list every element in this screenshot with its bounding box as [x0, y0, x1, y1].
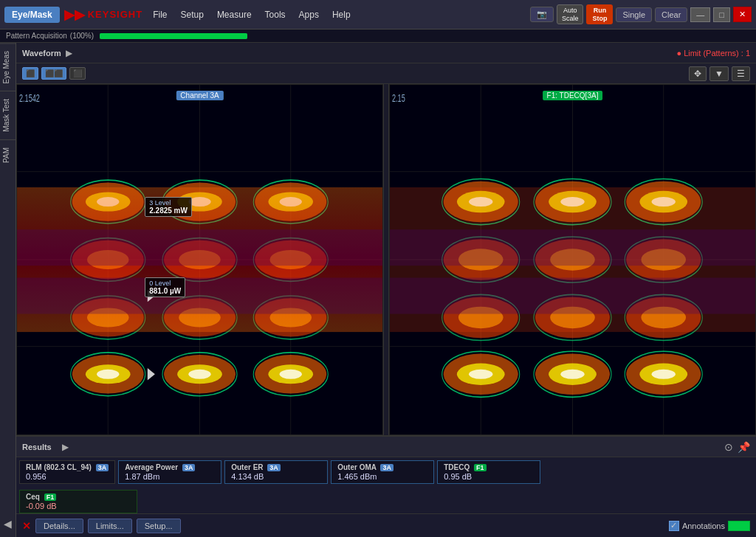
content-area: Waveform ▶ ● Limit (Patterns) : 1 ⬛ ⬛⬛ ⬛… [16, 43, 756, 537]
svg-rect-50 [17, 278, 382, 314]
auto-scale-button[interactable]: AutoScale [557, 4, 584, 25]
maximize-button[interactable]: □ [713, 7, 730, 22]
progress-bar [100, 33, 247, 39]
waveform-play-button[interactable]: ▶ [66, 48, 72, 58]
clear-button[interactable]: Clear [655, 7, 687, 22]
svg-point-25 [97, 370, 119, 379]
sidebar-tab-mask-test[interactable]: Mask Test [0, 91, 16, 139]
acq-label: Pattern Acquisition [6, 32, 67, 40]
annotations-label: Annotations [682, 522, 725, 530]
top-right-buttons: 📷 AutoScale RunStop Single Clear — □ ✕ [530, 4, 752, 25]
view-controls: ✥ ▼ ☰ [689, 66, 750, 81]
right-channel-label: F1: TDECQ[3A] [543, 91, 603, 100]
right-scope-panel: F1: TDECQ[3A] [389, 84, 756, 435]
results-section: Results ▶ ⊙ 📌 RLM (802.3 CL_94) 3A 0.956 [16, 435, 756, 513]
left-eye-diagram: 2.1542 [17, 85, 382, 434]
result-tdecq: TDECQ F1 0.95 dB [437, 460, 540, 484]
menu-tools[interactable]: Tools [259, 7, 292, 23]
left-scope-panel: Channel 3A [16, 84, 383, 435]
logo-icon: ▶▶ [64, 7, 85, 23]
annotations-checkbox[interactable]: ✓ [669, 521, 679, 531]
svg-text:2.1542: 2.1542 [19, 92, 40, 105]
eye-mask-button[interactable]: Eye/Mask [4, 7, 60, 23]
scope-display: Channel 3A [16, 84, 756, 435]
level-3-label: 3 Level 2.2825 mW [145, 197, 192, 217]
view-btn-2[interactable]: ⬛⬛ [41, 67, 66, 80]
menu-setup[interactable]: Setup [175, 7, 210, 23]
menu-file[interactable]: File [147, 7, 173, 23]
menu-apps[interactable]: Apps [293, 7, 325, 23]
svg-rect-105 [390, 278, 755, 314]
result-ceq: Ceq F1 -0.09 dB [19, 490, 137, 513]
right-eye-diagram: 2.15 [390, 85, 755, 434]
results-collapse-button[interactable]: ⊙ 📌 [724, 441, 750, 453]
acquisition-bar: Pattern Acquisition (100%) [0, 30, 756, 43]
progress-fill [100, 33, 247, 39]
acq-percent: (100%) [70, 32, 94, 40]
result-rlm: RLM (802.3 CL_94) 3A 0.956 [19, 460, 115, 484]
sidebar-tab-eye-meas[interactable]: Eye Meas [0, 43, 16, 91]
menu-measure[interactable]: Measure [211, 7, 258, 23]
top-bar: Eye/Mask ▶▶ KEYSIGHT File Setup Measure … [0, 0, 756, 30]
move-icon-button[interactable]: ✥ [689, 66, 707, 81]
sidebar-tab-pam[interactable]: PAM [0, 139, 16, 170]
setup-button[interactable]: Setup... [137, 519, 181, 533]
view-btn-3[interactable]: ⬛ [69, 67, 86, 80]
keysight-logo: ▶▶ KEYSIGHT [64, 7, 142, 23]
svg-point-81 [560, 370, 584, 379]
results-title: Results [22, 443, 52, 451]
svg-text:2.15: 2.15 [392, 92, 405, 105]
menu-bar: File Setup Measure Tools Apps Help [147, 7, 356, 23]
single-button[interactable]: Single [616, 7, 652, 22]
svg-point-82 [652, 370, 676, 379]
limit-text: ● Limit (Patterns) : 1 [676, 49, 750, 58]
result-outer-er: Outer ER 3A 4.134 dB [224, 460, 328, 484]
svg-point-80 [469, 370, 492, 379]
results-grid: RLM (802.3 CL_94) 3A 0.956 Average Power… [16, 457, 756, 487]
svg-point-26 [188, 370, 210, 379]
results-play-button[interactable]: ▶ [62, 442, 69, 452]
waveform-header: Waveform ▶ ● Limit (Patterns) : 1 [16, 43, 756, 63]
action-bar: ✕ Details... Limits... Setup... ✓ Annota… [16, 513, 756, 537]
menu-button[interactable]: ☰ [732, 66, 750, 81]
details-button[interactable]: Details... [35, 519, 83, 533]
results-header: Results ▶ ⊙ 📌 [16, 437, 756, 457]
waveform-title: Waveform [22, 49, 61, 58]
result-avg-power: Average Power 3A 1.87 dBm [118, 460, 221, 484]
annotations-color-swatch [728, 521, 750, 531]
scope-divider [383, 84, 389, 435]
svg-point-27 [280, 370, 302, 379]
result-outer-oma: Outer OMA 3A 1.465 dBm [331, 460, 434, 484]
main-layout: Eye Meas Mask Test PAM ◀ Waveform ▶ ● Li… [0, 43, 756, 537]
svg-rect-51 [17, 229, 382, 266]
error-icon: ✕ [22, 520, 31, 532]
view-btn-1[interactable]: ⬛ [22, 67, 38, 80]
view-buttons-bar: ⬛ ⬛⬛ ⬛ ✥ ▼ ☰ [16, 63, 756, 84]
annotations-control: ✓ Annotations [669, 521, 750, 531]
left-sidebar: Eye Meas Mask Test PAM ◀ [0, 43, 16, 537]
sidebar-collapse-button[interactable]: ◀ [4, 518, 12, 530]
left-channel-label: Channel 3A [176, 91, 223, 100]
svg-rect-106 [390, 229, 755, 266]
expand-button[interactable]: ▼ [709, 66, 729, 81]
minimize-button[interactable]: — [690, 7, 710, 22]
camera-button[interactable]: 📷 [530, 7, 554, 22]
menu-help[interactable]: Help [326, 7, 357, 23]
results-row2: Ceq F1 -0.09 dB [16, 487, 756, 513]
level-0-label: 0 Level 881.0 µW [145, 277, 185, 297]
close-button[interactable]: ✕ [733, 7, 752, 22]
limits-button[interactable]: Limits... [88, 519, 132, 533]
run-stop-button[interactable]: RunStop [586, 4, 613, 25]
